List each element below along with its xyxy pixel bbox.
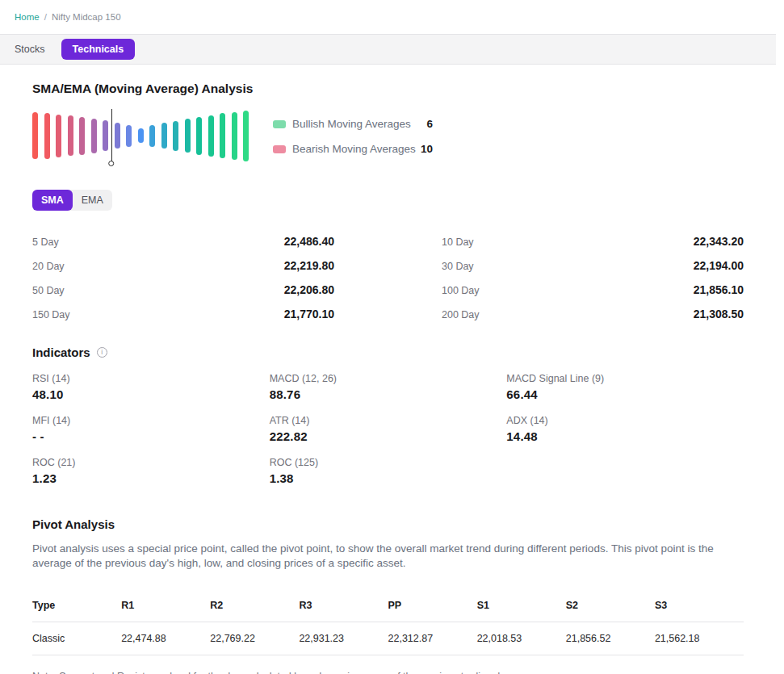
pivot-col-r1: R1 (121, 595, 210, 622)
indicator-label: ATR (14) (270, 415, 507, 426)
ma-value: 22,486.40 (284, 235, 334, 248)
pivot-table: Type R1 R2 R3 PP S1 S2 S3 Classic 22,474… (32, 595, 744, 655)
gauge-bar (44, 113, 50, 159)
tab-bar: Stocks Technicals (0, 34, 776, 65)
indicator-label: MACD Signal Line (9) (506, 373, 744, 384)
ma-gauge-bars (32, 110, 252, 161)
app-container: Home / Nifty Midcap 150 Stocks Technical… (0, 0, 776, 674)
gauge-bar (32, 112, 38, 159)
breadcrumb-current: Nifty Midcap 150 (52, 12, 121, 22)
pivot-section-title: Pivot Analysis (32, 517, 744, 531)
indicator-macd: MACD (12, 26) 88.76 (270, 373, 507, 401)
gauge-bar (243, 111, 249, 161)
indicator-mfi: MFI (14) - - (32, 415, 270, 443)
ma-value: 21,308.50 (694, 308, 744, 320)
indicator-value: - - (32, 429, 270, 443)
indicator-value: 1.38 (270, 471, 507, 485)
pivot-col-type: Type (32, 595, 121, 622)
legend-bullish: Bullish Moving Averages 6 (273, 118, 433, 130)
sma-toggle-button[interactable]: SMA (32, 190, 73, 211)
indicator-value: 88.76 (270, 387, 507, 401)
gauge-bar (56, 115, 61, 157)
ma-row-5-day: 5 Day 22,486.40 (32, 235, 334, 248)
ma-label: 100 Day (442, 285, 480, 296)
indicator-label: MACD (12, 26) (270, 373, 507, 384)
gauge-bar (115, 123, 120, 149)
indicator-empty-cell (506, 457, 744, 485)
ma-value: 22,206.80 (284, 283, 334, 296)
ma-row-150-day: 150 Day 21,770.10 (32, 308, 334, 320)
gauge-legend: Bullish Moving Averages 6 Bearish Moving… (273, 110, 433, 170)
gauge-marker-knob (108, 161, 114, 166)
ma-row-20-day: 20 Day 22,219.80 (32, 259, 334, 272)
gauge-bar (196, 117, 202, 155)
gauge-bar (185, 119, 191, 153)
pivot-col-s1: S1 (477, 595, 566, 622)
indicator-value: 222.82 (270, 429, 507, 443)
indicator-atr: ATR (14) 222.82 (270, 415, 507, 443)
moving-averages-grid: 5 Day 22,486.40 10 Day 22,343.20 20 Day … (32, 235, 744, 320)
gauge-bar (138, 128, 144, 143)
indicator-macd-signal: MACD Signal Line (9) 66.44 (506, 373, 744, 401)
ma-label: 10 Day (442, 237, 474, 248)
bullish-label: Bullish Moving Averages (292, 118, 426, 130)
indicators-title: Indicators (32, 345, 90, 359)
ma-label: 50 Day (32, 285, 65, 296)
gauge-bar (220, 113, 225, 158)
indicator-roc125: ROC (125) 1.38 (270, 457, 507, 485)
gauge-bar (68, 115, 73, 156)
pivot-cell-pp: 22,312.87 (388, 622, 477, 655)
indicator-value: 66.44 (506, 387, 744, 401)
gauge-bar (232, 112, 237, 160)
ema-toggle-button[interactable]: EMA (73, 190, 112, 211)
pivot-cell-r3: 22,931.23 (299, 622, 388, 655)
info-icon[interactable]: i (97, 347, 107, 358)
indicator-label: MFI (14) (32, 415, 270, 426)
pivot-description: Pivot analysis uses a special price poin… (32, 542, 744, 571)
ma-row-200-day: 200 Day 21,308.50 (442, 308, 744, 320)
pivot-cell-type: Classic (32, 622, 121, 655)
indicator-value: 1.23 (32, 471, 270, 485)
indicators-grid: RSI (14) 48.10 MACD (12, 26) 88.76 MACD … (32, 373, 744, 485)
indicator-roc21: ROC (21) 1.23 (32, 457, 270, 485)
ma-label: 5 Day (32, 237, 59, 248)
sma-ema-toggle: SMA EMA (32, 190, 112, 211)
pivot-table-row-classic: Classic 22,474.88 22,769.22 22,931.23 22… (32, 622, 744, 655)
indicator-rsi: RSI (14) 48.10 (32, 373, 270, 401)
tab-stocks[interactable]: Stocks (15, 39, 45, 60)
ma-gauge-chart: Bullish Moving Averages 6 Bearish Moving… (32, 110, 744, 170)
breadcrumb: Home / Nifty Midcap 150 (0, 0, 776, 34)
gauge-marker-line (111, 109, 112, 162)
pivot-note: Note: Support and Resistance level for t… (32, 671, 744, 674)
indicator-label: ROC (125) (270, 457, 507, 468)
indicator-label: ADX (14) (506, 415, 744, 426)
indicator-value: 48.10 (32, 387, 270, 401)
pivot-cell-r2: 22,769.22 (210, 622, 299, 655)
bearish-swatch-icon (273, 145, 286, 153)
ma-label: 150 Day (32, 309, 70, 320)
gauge-bar (126, 125, 132, 147)
gauge-bar (79, 117, 85, 155)
bearish-label: Bearish Moving Averages (292, 143, 421, 155)
ma-label: 30 Day (442, 261, 474, 272)
ma-row-10-day: 10 Day 22,343.20 (442, 235, 744, 248)
gauge-bar (161, 123, 167, 149)
pivot-col-s2: S2 (566, 595, 655, 622)
indicator-label: RSI (14) (32, 373, 270, 384)
ma-value: 22,194.00 (694, 259, 744, 272)
indicator-value: 14.48 (506, 429, 744, 443)
tab-technicals[interactable]: Technicals (61, 39, 136, 60)
ma-row-50-day: 50 Day 22,206.80 (32, 283, 334, 296)
gauge-bar (208, 115, 214, 157)
page: Home / Nifty Midcap 150 Stocks Technical… (0, 0, 784, 674)
gauge-bar (149, 125, 155, 147)
ma-row-30-day: 30 Day 22,194.00 (442, 259, 744, 272)
pivot-cell-s3: 21,562.18 (655, 622, 744, 655)
indicators-header: Indicators i (32, 345, 744, 359)
legend-bearish: Bearish Moving Averages 10 (273, 143, 433, 155)
indicator-adx: ADX (14) 14.48 (506, 415, 744, 443)
breadcrumb-home-link[interactable]: Home (15, 12, 40, 22)
pivot-col-r3: R3 (299, 595, 388, 622)
ma-label: 200 Day (442, 309, 480, 320)
pivot-cell-s1: 22,018.53 (477, 622, 566, 655)
